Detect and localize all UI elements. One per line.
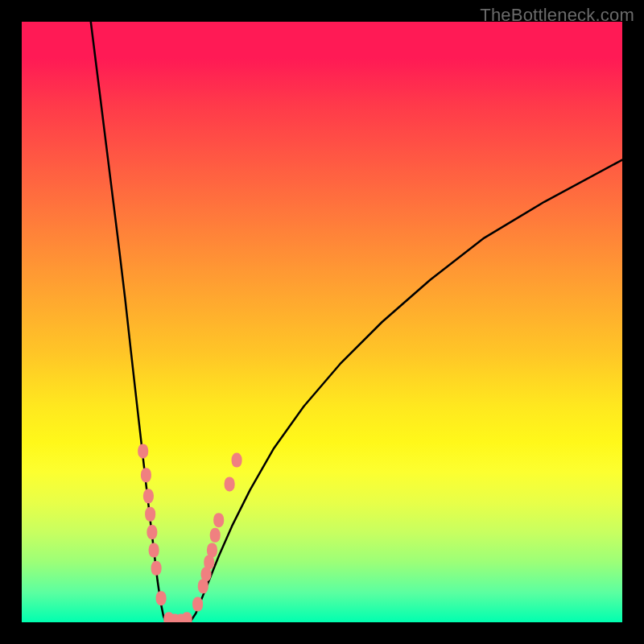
chart-frame <box>22 22 622 622</box>
highlight-dot <box>232 453 242 468</box>
highlight-dot <box>225 477 235 491</box>
highlight-dot <box>210 528 221 543</box>
chart-svg <box>22 22 622 622</box>
highlight-dot <box>145 507 155 522</box>
marker-group <box>138 444 242 622</box>
series-group <box>91 22 622 622</box>
highlight-dot <box>138 444 148 458</box>
highlight-dot <box>149 543 159 557</box>
highlight-dot <box>156 591 167 605</box>
highlight-dot <box>182 612 192 622</box>
highlight-dot <box>141 468 151 482</box>
highlight-dot <box>143 489 154 503</box>
highlight-dot <box>192 597 203 612</box>
highlight-dot <box>151 561 162 576</box>
highlight-dot <box>147 525 157 539</box>
highlight-dot <box>207 543 217 557</box>
bottleneck-curve <box>91 22 622 622</box>
highlight-dot <box>213 513 224 527</box>
